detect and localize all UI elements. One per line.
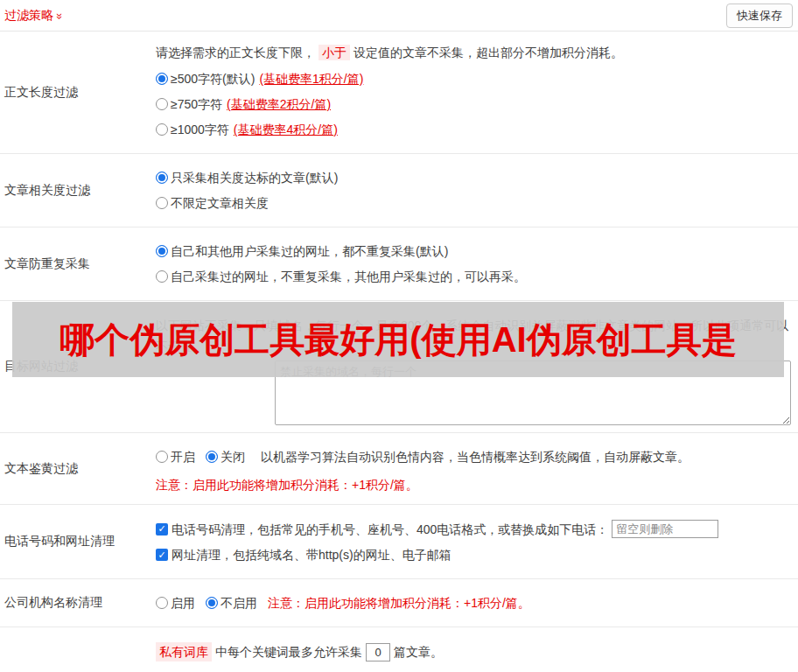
option-label: 关闭	[220, 448, 245, 466]
watermark-overlay-banner: 哪个伪原创工具最好用(使用AI伪原创工具是	[12, 302, 784, 377]
page-title-text: 过滤策略	[4, 8, 53, 22]
section-content: 请选择需求的正文长度下限，小于设定值的文章不采集，超出部分不增加积分消耗。 ≥5…	[156, 32, 798, 153]
porn-option-off[interactable]: 关闭	[206, 448, 245, 466]
option-label: 自己和其他用户采集过的网址，都不重复采集(默认)	[171, 242, 448, 260]
checkbox-checked-icon[interactable]	[156, 549, 168, 561]
option-fee: (基础费率4积分/篇)	[234, 121, 338, 138]
section-relevance-filter: 文章相关度过滤 只采集相关度达标的文章(默认) 不限定文章相关度	[0, 154, 798, 228]
section-label: 文本鉴黄过滤	[0, 433, 156, 504]
radio-unchecked-icon[interactable]	[156, 270, 168, 283]
double-chevron-down-icon: »	[54, 12, 66, 18]
keyword-limit-line: 私有词库 中每个关键词最多允许采集 篇文章。	[156, 642, 791, 662]
replacement-phone-input[interactable]	[612, 520, 718, 538]
section-label: 文章相关度过滤	[0, 154, 156, 227]
option-fee: (基础费率1积分/篇)	[259, 70, 363, 88]
section-label: 关键词防重复采集	[0, 627, 156, 672]
radio-unchecked-icon[interactable]	[156, 98, 168, 110]
page-title[interactable]: 过滤策略 »	[4, 8, 63, 24]
dedup-option-self[interactable]: 自己采集过的网址，不重复采集，其他用户采集过的，可以再采。	[156, 268, 791, 285]
dedup-option-global[interactable]: 自己和其他用户采集过的网址，都不重复采集(默认)	[156, 242, 791, 260]
max-articles-input[interactable]	[366, 643, 390, 662]
radio-unchecked-icon[interactable]	[156, 597, 168, 609]
option-label: 开启	[171, 448, 195, 466]
section-phone-url-cleanup: 电话号码和网址清理 电话号码清理，包括常见的手机号、座机号、400电话格式，或替…	[0, 505, 798, 579]
section-content: 只采集相关度达标的文章(默认) 不限定文章相关度	[156, 154, 798, 227]
radio-checked-icon[interactable]	[156, 245, 168, 257]
radio-checked-icon[interactable]	[156, 172, 168, 184]
company-option-disable[interactable]: 不启用	[206, 594, 257, 612]
radio-unchecked-icon[interactable]	[156, 123, 168, 136]
less-than-highlight: 小于	[318, 45, 350, 60]
radio-checked-icon[interactable]	[206, 597, 218, 609]
section-content: 开启 关闭 以机器学习算法自动识别色情内容，当色情概率达到系统阈值，自动屏蔽文章…	[156, 433, 798, 504]
checkbox-checked-icon[interactable]	[156, 523, 168, 536]
section-porn-filter: 文本鉴黄过滤 开启 关闭 以机器学习算法自动识别色情内容，当色情概率达到系统阈值…	[0, 433, 798, 505]
porn-option-on[interactable]: 开启	[156, 448, 195, 466]
section-text-length-filter: 正文长度过滤 请选择需求的正文长度下限，小于设定值的文章不采集，超出部分不增加积…	[0, 32, 798, 154]
porn-filter-cost-note: 注意：启用此功能将增加积分消耗：+1积分/篇。	[156, 476, 791, 494]
keyword-limit-suffix: 篇文章。	[394, 643, 443, 661]
relevance-option-any[interactable]: 不限定文章相关度	[156, 194, 791, 212]
length-option-1000[interactable]: ≥1000字符 (基础费率4积分/篇)	[156, 121, 791, 138]
keyword-limit-text: 中每个关键词最多允许采集	[215, 643, 362, 661]
option-label: 网址清理，包括纯域名、带http(s)的网址、电子邮箱	[172, 546, 452, 564]
option-label: 启用	[171, 594, 195, 612]
radio-unchecked-icon[interactable]	[156, 451, 168, 463]
section-company-name-cleanup: 公司机构名称清理 启用 不启用 注意：启用此功能将增加积分消耗：+1积分/篇。	[0, 579, 798, 627]
section-label: 文章防重复采集	[0, 228, 156, 300]
section-content: 自己和其他用户采集过的网址，都不重复采集(默认) 自己采集过的网址，不重复采集，…	[156, 228, 798, 300]
option-label: ≥500字符(默认)	[171, 70, 255, 88]
radio-checked-icon[interactable]	[156, 73, 168, 85]
section-content: 电话号码清理，包括常见的手机号、座机号、400电话格式，或替换成如下电话： 网址…	[156, 505, 798, 578]
option-label: 自己采集过的网址，不重复采集，其他用户采集过的，可以再采。	[171, 268, 526, 285]
option-label: ≥1000字符	[171, 121, 229, 138]
section-keyword-dedup: 关键词防重复采集 私有词库 中每个关键词最多允许采集 篇文章。 如果留空或设为0…	[0, 627, 798, 672]
option-label: 不限定文章相关度	[171, 194, 269, 212]
length-option-500[interactable]: ≥500字符(默认) (基础费率1积分/篇)	[156, 70, 791, 88]
section-label: 公司机构名称清理	[0, 579, 156, 626]
company-cleanup-cost-note: 注意：启用此功能将增加积分消耗：+1积分/篇。	[268, 594, 530, 612]
option-label: 电话号码清理，包括常见的手机号、座机号、400电话格式，或替换成如下电话：	[172, 521, 608, 538]
option-label: ≥750字符	[171, 95, 222, 113]
porn-filter-description: 以机器学习算法自动识别色情内容，当色情概率达到系统阈值，自动屏蔽文章。	[261, 448, 690, 466]
radio-checked-icon[interactable]	[206, 451, 218, 463]
porn-filter-options: 开启 关闭 以机器学习算法自动识别色情内容，当色情概率达到系统阈值，自动屏蔽文章…	[156, 448, 791, 466]
private-lexicon-tag: 私有词库	[156, 642, 212, 662]
company-option-enable[interactable]: 启用	[156, 594, 195, 612]
section-content: 私有词库 中每个关键词最多允许采集 篇文章。 如果留空或设为0，则不限篇数。 如…	[156, 627, 798, 672]
url-cleanup-option[interactable]: 网址清理，包括纯域名、带http(s)的网址、电子邮箱	[156, 546, 791, 564]
section-label: 电话号码和网址清理	[0, 505, 156, 578]
option-fee: (基础费率2积分/篇)	[227, 95, 331, 113]
section-content: 启用 不启用 注意：启用此功能将增加积分消耗：+1积分/篇。	[156, 579, 798, 626]
filter-settings-page: 过滤策略 » 快速保存 正文长度过滤 请选择需求的正文长度下限，小于设定值的文章…	[0, 0, 798, 672]
section-dedup-collection: 文章防重复采集 自己和其他用户采集过的网址，都不重复采集(默认) 自己采集过的网…	[0, 228, 798, 301]
option-label: 不启用	[220, 594, 257, 612]
watermark-overlay-text: 哪个伪原创工具最好用(使用AI伪原创工具是	[60, 316, 736, 364]
section-label: 正文长度过滤	[0, 32, 156, 153]
relevance-option-strict[interactable]: 只采集相关度达标的文章(默认)	[156, 169, 791, 186]
radio-unchecked-icon[interactable]	[156, 197, 168, 209]
length-option-750[interactable]: ≥750字符 (基础费率2积分/篇)	[156, 95, 791, 113]
phone-cleanup-option[interactable]: 电话号码清理，包括常见的手机号、座机号、400电话格式，或替换成如下电话：	[156, 520, 791, 538]
length-intro: 请选择需求的正文长度下限，小于设定值的文章不采集，超出部分不增加积分消耗。	[156, 44, 791, 61]
company-cleanup-options: 启用 不启用 注意：启用此功能将增加积分消耗：+1积分/篇。	[156, 594, 530, 612]
option-label: 只采集相关度达标的文章(默认)	[171, 169, 338, 186]
quick-save-button[interactable]: 快速保存	[726, 4, 793, 28]
header-bar: 过滤策略 » 快速保存	[0, 0, 798, 32]
